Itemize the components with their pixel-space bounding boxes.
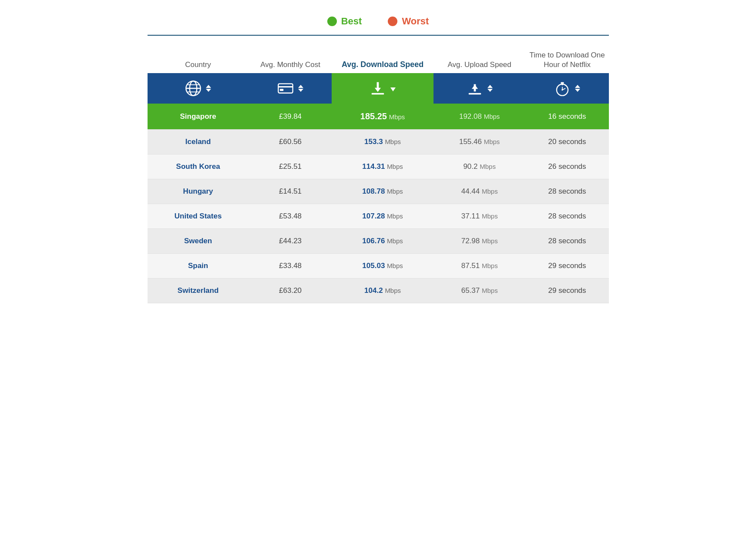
arrow-up-icon	[487, 85, 493, 88]
svg-marker-13	[472, 85, 478, 89]
ul-speed-cell: 155.46 Mbps	[433, 130, 526, 154]
sort-cost-cell[interactable]	[249, 73, 332, 104]
ul-speed-val: 37.11	[461, 212, 480, 220]
cost-cell: £33.48	[249, 254, 332, 279]
upload-icon	[467, 80, 483, 97]
svg-rect-15	[561, 82, 564, 84]
dl-speed-val: 106.76	[362, 237, 385, 245]
time-cell: 20 seconds	[526, 130, 609, 154]
ul-speed-unit: Mbps	[482, 188, 498, 195]
ul-speed-val: 192.08	[459, 112, 482, 121]
time-cell: 26 seconds	[526, 154, 609, 179]
sort-dl-cell[interactable]	[332, 73, 433, 104]
dl-speed-cell: 153.3 Mbps	[332, 130, 433, 154]
cost-cell: £60.56	[249, 130, 332, 154]
dl-speed-cell: 108.78 Mbps	[332, 179, 433, 204]
arrow-down-single-icon	[390, 87, 396, 91]
table-row: South Korea£25.51114.31 Mbps90.2 Mbps26 …	[148, 154, 609, 179]
ul-speed-cell: 72.98 Mbps	[433, 229, 526, 254]
ul-speed-unit: Mbps	[484, 138, 500, 145]
cost-cell: £25.51	[249, 154, 332, 179]
country-cell: Hungary	[148, 179, 249, 204]
country-cell: South Korea	[148, 154, 249, 179]
worst-label: Worst	[402, 16, 429, 27]
country-cell: United States	[148, 204, 249, 229]
svg-marker-10	[375, 88, 381, 92]
col-header-ul: Avg. Upload Speed	[433, 46, 526, 73]
country-cell: Switzerland	[148, 279, 249, 303]
dl-speed-unit: Mbps	[387, 188, 403, 195]
ul-speed-unit: Mbps	[484, 113, 500, 120]
svg-rect-5	[278, 84, 292, 93]
best-dot	[327, 17, 337, 26]
legend-best: Best	[327, 16, 362, 27]
dl-speed-unit: Mbps	[385, 287, 401, 294]
divider	[148, 35, 609, 36]
table-row: United States£53.48107.28 Mbps37.11 Mbps…	[148, 204, 609, 229]
table-row: Switzerland£63.20104.2 Mbps65.37 Mbps29 …	[148, 279, 609, 303]
country-cell: Sweden	[148, 229, 249, 254]
ul-speed-cell: 37.11 Mbps	[433, 204, 526, 229]
stopwatch-icon	[554, 80, 571, 97]
ul-speed-val: 90.2	[463, 162, 477, 171]
svg-point-19	[561, 89, 563, 91]
ul-speed-unit: Mbps	[480, 163, 496, 170]
dl-speed-val: 107.28	[362, 212, 385, 220]
icon-sort-row	[148, 73, 609, 104]
arrow-up-icon	[206, 85, 211, 88]
sort-time-cell[interactable]	[526, 73, 609, 104]
col-header-country: Country	[148, 46, 249, 73]
dl-speed-val: 185.25	[360, 111, 387, 121]
sort-ul-cell[interactable]	[433, 73, 526, 104]
arrow-down-icon	[206, 89, 211, 92]
country-cell: Iceland	[148, 130, 249, 154]
ul-speed-unit: Mbps	[482, 212, 498, 220]
ul-speed-cell: 87.51 Mbps	[433, 254, 526, 279]
sort-country-cell[interactable]	[148, 73, 249, 104]
country-cell: Singapore	[148, 104, 249, 130]
dl-speed-val: 108.78	[362, 187, 385, 195]
dl-speed-cell: 114.31 Mbps	[332, 154, 433, 179]
svg-rect-7	[280, 89, 283, 91]
svg-rect-11	[468, 93, 481, 95]
dl-speed-cell: 185.25 Mbps	[332, 104, 433, 130]
arrow-up-icon	[575, 85, 580, 88]
ul-speed-val: 44.44	[461, 187, 480, 195]
ul-speed-cell: 90.2 Mbps	[433, 154, 526, 179]
dl-speed-val: 105.03	[362, 262, 385, 270]
sort-arrows-cost[interactable]	[298, 85, 303, 92]
table-header-row: Country Avg. Monthly Cost Avg. Download …	[148, 46, 609, 73]
country-cell: Spain	[148, 254, 249, 279]
time-cell: 28 seconds	[526, 204, 609, 229]
dl-speed-unit: Mbps	[387, 262, 403, 269]
table-row: Hungary£14.51108.78 Mbps44.44 Mbps28 sec…	[148, 179, 609, 204]
sort-arrows-dl[interactable]	[390, 86, 396, 91]
sort-arrows-ul[interactable]	[487, 85, 493, 92]
dl-speed-unit: Mbps	[387, 212, 403, 220]
credit-card-icon	[277, 80, 294, 97]
time-cell: 29 seconds	[526, 279, 609, 303]
ul-speed-cell: 65.37 Mbps	[433, 279, 526, 303]
time-cell: 29 seconds	[526, 254, 609, 279]
time-cell: 28 seconds	[526, 229, 609, 254]
col-header-cost: Avg. Monthly Cost	[249, 46, 332, 73]
legend-worst: Worst	[388, 16, 429, 27]
arrow-up-icon	[298, 85, 303, 88]
arrow-down-icon	[487, 89, 493, 92]
dl-speed-unit: Mbps	[385, 138, 401, 145]
dl-speed-unit: Mbps	[387, 237, 403, 245]
cost-cell: £63.20	[249, 279, 332, 303]
col-header-dl: Avg. Download Speed	[332, 46, 433, 73]
dl-speed-cell: 107.28 Mbps	[332, 204, 433, 229]
table-row: Singapore£39.84185.25 Mbps192.08 Mbps16 …	[148, 104, 609, 130]
table-row: Sweden£44.23106.76 Mbps72.98 Mbps28 seco…	[148, 229, 609, 254]
cost-cell: £39.84	[249, 104, 332, 130]
dl-speed-cell: 104.2 Mbps	[332, 279, 433, 303]
dl-speed-unit: Mbps	[387, 163, 403, 170]
ul-speed-unit: Mbps	[482, 237, 498, 245]
dl-speed-val: 104.2	[364, 286, 383, 295]
sort-arrows-country[interactable]	[206, 85, 211, 92]
sort-arrows-time[interactable]	[575, 85, 580, 92]
time-cell: 28 seconds	[526, 179, 609, 204]
legend: Best Worst	[148, 9, 609, 35]
